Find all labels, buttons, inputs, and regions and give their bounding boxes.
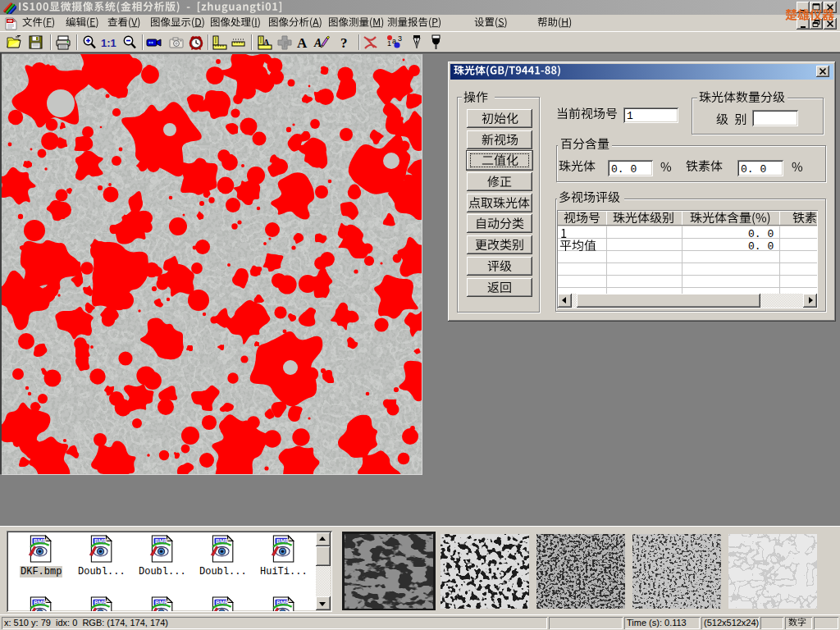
svg-text:a: a [392, 37, 396, 45]
svg-text:3: 3 [398, 34, 402, 43]
svg-text:?: ? [340, 35, 348, 51]
svg-text:1: 1 [387, 39, 391, 48]
svg-text:DOC: DOC [7, 19, 16, 23]
svg-text:A: A [263, 38, 270, 47]
svg-text:A: A [297, 35, 308, 51]
svg-text:1:1: 1:1 [101, 37, 116, 49]
